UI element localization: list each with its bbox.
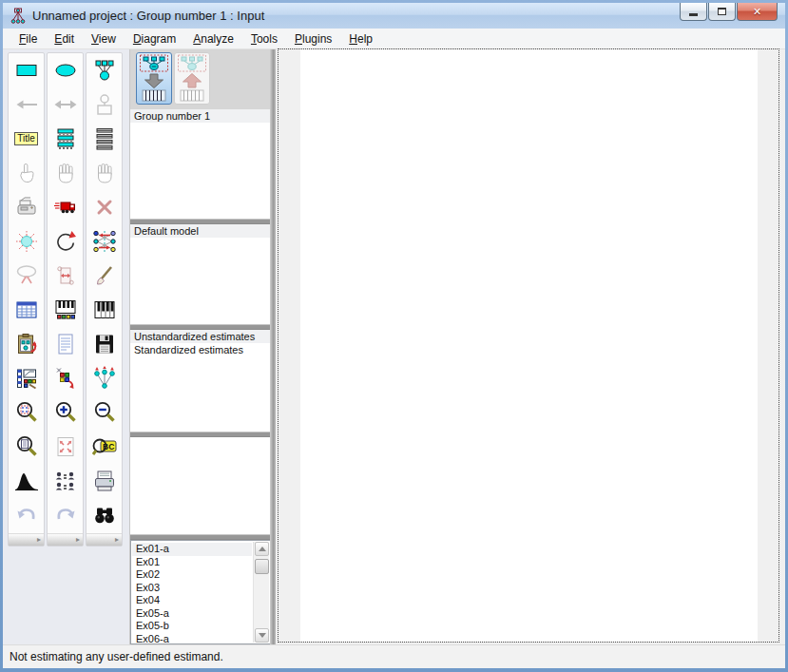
title-bar[interactable]: Unnamed project : Group number 1 : Input… bbox=[3, 3, 785, 29]
tool-touch-up[interactable] bbox=[86, 259, 122, 293]
tool-duplicate-objects[interactable] bbox=[9, 190, 44, 224]
window-controls: ✕ bbox=[679, 3, 778, 21]
menu-help[interactable]: Help bbox=[340, 30, 381, 48]
maximize-button[interactable] bbox=[708, 3, 736, 21]
object-properties-icon bbox=[14, 366, 39, 391]
tool-column-expander[interactable]: ▸ bbox=[48, 533, 83, 546]
tool-column-expander[interactable]: ▸ bbox=[9, 533, 44, 546]
tool-object-properties[interactable] bbox=[9, 361, 44, 395]
tool-scroll-diagram[interactable] bbox=[48, 259, 83, 293]
title-caption-icon: Title bbox=[14, 132, 38, 145]
menu-view[interactable]: View bbox=[83, 30, 125, 48]
variables-model-icon bbox=[53, 126, 78, 151]
tool-bayesian-estimation[interactable] bbox=[9, 464, 44, 498]
close-button[interactable]: ✕ bbox=[737, 3, 778, 21]
tool-deselect-all-objects[interactable] bbox=[86, 156, 122, 190]
model-item[interactable]: Default model bbox=[130, 224, 271, 238]
change-shape-icon bbox=[14, 229, 39, 254]
menu-analyze[interactable]: Analyze bbox=[184, 30, 242, 48]
tool-move-objects[interactable] bbox=[48, 190, 83, 224]
tool-figure-caption[interactable]: Title bbox=[9, 122, 44, 156]
tool-copy-to-clipboard[interactable] bbox=[9, 327, 44, 361]
rotate-icon bbox=[53, 229, 78, 254]
tool-move-parameter-values[interactable] bbox=[9, 259, 44, 293]
estimate-item[interactable]: Unstandardized estimates bbox=[130, 330, 271, 343]
tool-show-entire-page[interactable] bbox=[9, 430, 44, 464]
file-item[interactable]: Ex05-a bbox=[132, 607, 252, 621]
files-list[interactable]: Ex01-a Ex01 Ex02 Ex03 Ex04 Ex05-a Ex05-b… bbox=[130, 540, 271, 644]
tool-erase-objects[interactable] bbox=[86, 190, 122, 224]
tool-change-shape[interactable] bbox=[9, 224, 44, 259]
tool-draw-covariance[interactable] bbox=[48, 87, 83, 122]
menu-diagram[interactable]: Diagram bbox=[125, 30, 184, 48]
tool-redo[interactable] bbox=[48, 498, 83, 532]
group-item[interactable]: Group number 1 bbox=[130, 109, 271, 123]
file-item[interactable]: Ex04 bbox=[132, 594, 252, 607]
tool-view-text-output[interactable] bbox=[48, 327, 83, 361]
tool-analysis-properties[interactable] bbox=[48, 293, 83, 327]
tool-save-diagram[interactable] bbox=[86, 327, 122, 361]
groups-list[interactable]: Group number 1 bbox=[130, 109, 271, 219]
scroll-down-button[interactable] bbox=[255, 628, 269, 643]
zoom-area-icon bbox=[14, 400, 39, 425]
binoculars-icon bbox=[92, 503, 117, 528]
tool-rotate-indicators[interactable] bbox=[48, 224, 83, 259]
file-item[interactable]: Ex01 bbox=[132, 556, 252, 569]
tool-column-expander[interactable]: ▸ bbox=[86, 533, 122, 546]
view-output-path-diagram-button[interactable] bbox=[174, 52, 210, 105]
minimize-icon bbox=[689, 13, 698, 16]
estimate-item[interactable]: Standardized estimates bbox=[130, 343, 271, 356]
tool-undo[interactable] bbox=[9, 498, 44, 532]
scrollbar-thumb[interactable] bbox=[255, 559, 269, 574]
double-arrow-icon bbox=[53, 92, 78, 117]
file-item[interactable]: Ex06-a bbox=[132, 633, 252, 645]
tool-resize-to-fit-page[interactable] bbox=[48, 430, 83, 464]
tool-draw-observed-variable[interactable] bbox=[9, 53, 44, 87]
computation-summary-list[interactable] bbox=[130, 437, 271, 534]
tool-magnify-loupe[interactable]: BC bbox=[86, 430, 122, 464]
tool-specification-search[interactable] bbox=[86, 498, 122, 532]
scroll-up-button[interactable] bbox=[255, 542, 269, 556]
models-list[interactable]: Default model bbox=[130, 224, 271, 324]
view-input-path-diagram-button[interactable] bbox=[136, 52, 172, 105]
tool-draw-unobserved-variable[interactable] bbox=[48, 53, 83, 87]
estimates-list[interactable]: Unstandardized estimates Standardized es… bbox=[130, 330, 271, 432]
model-navigator-panel: Group number 1 Default model Unstandardi… bbox=[129, 49, 270, 644]
tool-reflect-indicators[interactable] bbox=[86, 224, 122, 259]
tool-multiple-group-analysis[interactable] bbox=[48, 464, 83, 498]
menu-plugins[interactable]: Plugins bbox=[286, 30, 340, 48]
drawing-canvas[interactable] bbox=[276, 49, 785, 644]
tool-print[interactable] bbox=[86, 464, 122, 498]
tool-list-variables-in-dataset[interactable] bbox=[86, 122, 122, 156]
tool-select-one-object[interactable] bbox=[9, 156, 44, 190]
file-item[interactable]: Ex03 bbox=[132, 582, 252, 595]
output-diagram-icon bbox=[176, 54, 208, 103]
reflect-icon bbox=[92, 229, 117, 254]
tool-draw-path[interactable] bbox=[9, 87, 44, 122]
data-grid-icon bbox=[14, 298, 39, 322]
menu-file[interactable]: File bbox=[10, 30, 46, 48]
tool-zoom-area[interactable] bbox=[9, 395, 44, 430]
minimize-button[interactable] bbox=[680, 3, 707, 21]
tool-preserve-symmetries[interactable] bbox=[86, 361, 122, 395]
tool-zoom-in[interactable] bbox=[48, 395, 83, 430]
menu-edit[interactable]: Edit bbox=[46, 30, 83, 48]
files-scrollbar[interactable] bbox=[253, 542, 269, 643]
hand-icon bbox=[92, 161, 117, 185]
tool-calculate-estimates[interactable] bbox=[86, 293, 122, 327]
menu-tools[interactable]: Tools bbox=[242, 30, 286, 48]
pointing-hand-icon bbox=[14, 161, 39, 185]
tool-drag-properties[interactable] bbox=[48, 361, 83, 395]
tool-add-unique-variable[interactable] bbox=[86, 87, 122, 122]
tool-select-all-objects[interactable] bbox=[48, 156, 83, 190]
tool-list-variables-in-model[interactable] bbox=[48, 122, 83, 156]
file-item[interactable]: Ex02 bbox=[132, 568, 252, 582]
path-diagram-page[interactable] bbox=[300, 49, 758, 642]
tool-zoom-out[interactable] bbox=[86, 395, 122, 430]
file-item[interactable]: Ex05-b bbox=[132, 620, 252, 633]
window-title: Unnamed project : Group number 1 : Input bbox=[32, 9, 264, 23]
tool-draw-indicator-variable[interactable] bbox=[86, 53, 122, 87]
file-item[interactable]: Ex01-a bbox=[132, 543, 252, 556]
distribution-curve-icon bbox=[14, 469, 39, 493]
tool-data-files[interactable] bbox=[9, 293, 44, 327]
